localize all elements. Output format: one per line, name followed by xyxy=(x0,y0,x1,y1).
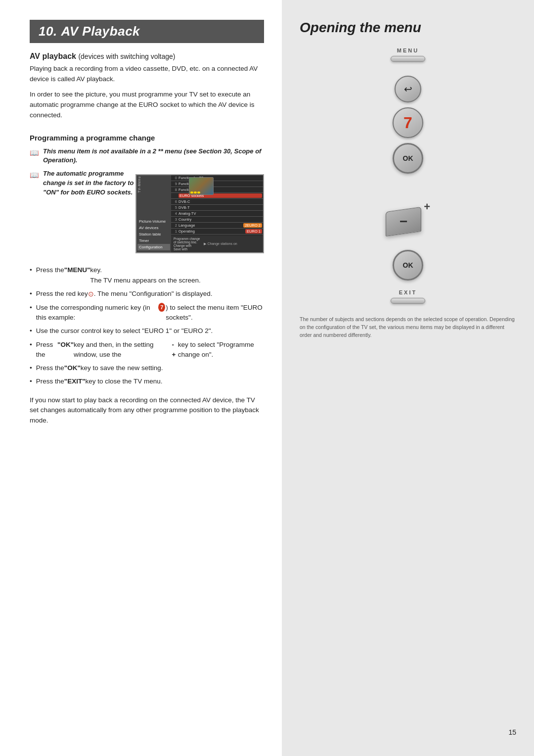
note-2-row: 📖 The automatic programme change is set … xyxy=(30,169,264,260)
ok-label: OK xyxy=(403,154,413,162)
book-icon-2: 📖 xyxy=(30,170,39,181)
note-1-text: This menu item is not available in a 2 *… xyxy=(43,147,264,166)
tv-menu-main: 0 Function for F3 9 Function for F2 8 Fu… xyxy=(171,175,263,252)
tv-row-euro: EURO sockets xyxy=(171,193,263,199)
tv-menu-label: TV-Menu xyxy=(137,176,141,192)
tv-menu-screenshot: TV-Menu Picture-Volume AV devices Statio… xyxy=(135,174,264,253)
av-playback-heading: AV playback (devices with switching volt… xyxy=(30,52,264,61)
footnote: The number of subjects and sections depe… xyxy=(300,316,516,339)
closing-text: If you now start to play back a recordin… xyxy=(30,395,264,426)
tv-row-3: 3 Country xyxy=(171,217,263,223)
av-playback-subtitle: (devices with switching voltage) xyxy=(78,52,175,60)
sidebar-item-av: AV devices xyxy=(137,225,170,231)
note-2: 📖 The automatic programme change is set … xyxy=(30,169,135,197)
right-column: Opening the menu MENU ↩ 7 OK + xyxy=(282,0,534,756)
sidebar-item-picture: Picture-Volume xyxy=(137,218,170,225)
book-icon-1: 📖 xyxy=(30,147,39,158)
av-playback-label: AV playback xyxy=(30,52,76,60)
menu-button[interactable] xyxy=(391,56,425,62)
tv-row-8: 8 Function for F1 xyxy=(171,187,263,193)
tv-row-6: 6 DVB-C xyxy=(171,199,263,205)
note-1: 📖 This menu item is not available in a 2… xyxy=(30,147,264,166)
bullet-6: Press the "OK" key to save the new setti… xyxy=(30,363,264,373)
tv-row-2: 2 Language 2EURO 2 xyxy=(171,223,263,229)
circle-7-icon: 7 xyxy=(158,303,165,312)
sidebar-item-timer: Timer xyxy=(137,237,170,244)
section-heading: Opening the menu xyxy=(300,20,516,36)
chapter-number: 10. xyxy=(39,24,57,39)
menu-key-group: MENU xyxy=(391,47,425,66)
chapter-bar: 10. AV Playback xyxy=(30,20,264,43)
menu-label: MENU xyxy=(397,47,419,53)
minus-button[interactable]: − xyxy=(386,207,421,236)
plus-label: + xyxy=(424,200,430,213)
page-number: 15 xyxy=(300,718,516,736)
tv-menu-bottom-text1: Programm changeof switching line.Change … xyxy=(174,237,200,251)
back-button[interactable]: ↩ xyxy=(395,76,421,102)
tv-row-0: 0 Function for F3 xyxy=(171,175,263,181)
left-column: 10. AV Playback AV playback (devices wit… xyxy=(0,0,282,756)
seven-button[interactable]: 7 xyxy=(393,107,423,138)
chapter-title: AV Playback xyxy=(61,24,140,39)
bullet-1: Press the "MENU" key.The TV menu appears… xyxy=(30,265,264,285)
exit-button[interactable] xyxy=(391,298,425,304)
av-playback-intro2: In order to see the picture, you must pr… xyxy=(30,90,264,121)
sidebar-item-station: Station table xyxy=(137,231,170,237)
bullet-5: Press the "OK" key and then, in the sett… xyxy=(30,340,264,360)
tv-row-1: 1 Operating EURO 1 xyxy=(171,229,263,235)
bullet-list: Press the "MENU" key.The TV menu appears… xyxy=(30,265,264,390)
bullet-4: Use the cursor control key to select "EU… xyxy=(30,326,264,336)
ok-label-2: OK xyxy=(403,261,413,269)
av-playback-intro1: Playing back a recording from a video ca… xyxy=(30,64,264,85)
exit-label: EXIT xyxy=(399,289,417,295)
page-container: 10. AV Playback AV playback (devices wit… xyxy=(0,0,534,756)
sub-heading: Programming a programme change xyxy=(30,134,264,142)
seven-label: 7 xyxy=(403,114,412,132)
bullet-7: Press the "EXIT" key to close the TV men… xyxy=(30,377,264,386)
ok-button-2[interactable]: OK xyxy=(393,250,423,281)
tv-thumb xyxy=(189,177,214,195)
sidebar-item-config: Configuration xyxy=(137,244,170,250)
rocker-body: + − xyxy=(386,200,430,240)
ok-section-2: OK EXIT xyxy=(300,250,516,308)
remote-section-menu: MENU ↩ 7 OK xyxy=(300,47,516,181)
back-icon: ↩ xyxy=(404,83,412,95)
tv-menu-rows: 0 Function for F3 9 Function for F2 8 Fu… xyxy=(171,175,263,236)
tv-row-4: 4 Analog-TV xyxy=(171,211,263,217)
tv-row-5: 5 DVB-T xyxy=(171,205,263,211)
tv-menu-sidebar: Picture-Volume AV devices Station table … xyxy=(136,175,171,252)
rocker-section: + − xyxy=(300,200,516,240)
tv-menu-bottom-text2: ▶ Change stations on xyxy=(204,242,237,246)
ok-button[interactable]: OK xyxy=(393,143,423,174)
note-2-text: The automatic programme change is set in… xyxy=(43,169,134,197)
bullet-2: Press the red key ⊙. The menu "Configura… xyxy=(30,289,264,299)
minus-label: − xyxy=(400,214,407,230)
tv-menu-bottom: Programm changeof switching line.Change … xyxy=(171,236,263,252)
note-2-text-block: 📖 The automatic programme change is set … xyxy=(30,169,135,201)
bullet-3: Use the corresponding numeric key (in th… xyxy=(30,303,264,323)
tv-row-9: 9 Function for F2 xyxy=(171,181,263,187)
